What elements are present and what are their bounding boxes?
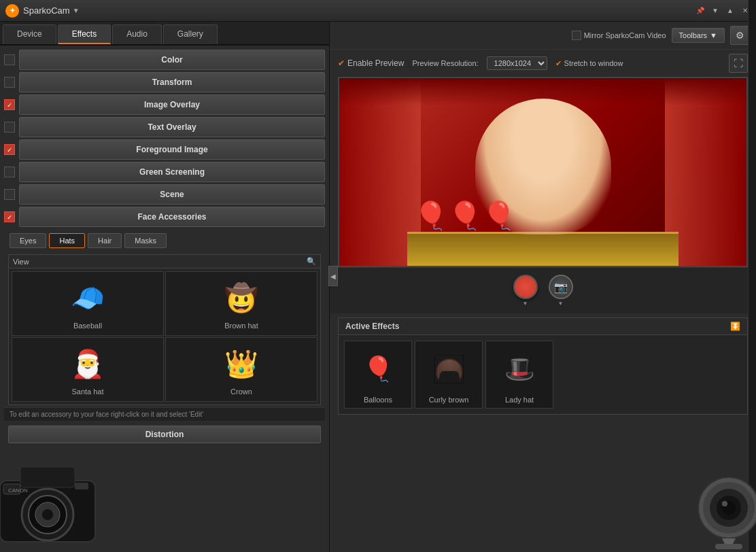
resolution-select[interactable]: 1280x1024 1920x1080 640x480 <box>487 56 547 70</box>
app-name: SparkoCam <box>23 5 70 16</box>
app-dropdown[interactable]: ▼ <box>73 7 80 14</box>
subtab-hair[interactable]: Hair <box>88 233 122 248</box>
tab-gallery[interactable]: Gallery <box>163 24 218 44</box>
stretch-label-text: Stretch to window <box>564 59 623 67</box>
list-item[interactable]: 🎩 Lady hat <box>485 341 553 409</box>
effect-image-overlay-button[interactable]: Image Overlay <box>19 94 325 115</box>
record-button[interactable] <box>513 275 538 299</box>
svg-rect-1 <box>20 467 75 487</box>
record-arrow: ▼ <box>523 300 528 307</box>
title-bar: ✦ SparkoCam ▼ 📌 ▼ ▲ ✕ <box>0 0 756 22</box>
window-controls: 📌 ▼ ▲ ✕ <box>695 5 751 16</box>
toolbars-button[interactable]: Toolbars ▼ <box>672 28 725 43</box>
effect-text-overlay-button[interactable]: Text Overlay <box>19 117 325 137</box>
effect-face-accessories: Face Accessories <box>4 207 325 227</box>
effect-text-overlay-checkbox[interactable] <box>4 122 15 133</box>
curly-brown-thumb-label: Curly brown <box>429 396 469 404</box>
active-effects-content: 🎈 Balloons 🦱 Curly brown 🎩 Lady hat <box>339 335 747 414</box>
active-effects-grid: 🎈 Balloons 🦱 Curly brown 🎩 Lady hat <box>339 335 559 414</box>
svg-point-14 <box>722 501 727 506</box>
tab-device[interactable]: Device <box>3 24 56 44</box>
brown-hat-label: Brown hat <box>224 322 258 330</box>
effect-green-screening-checkbox[interactable] <box>4 167 15 177</box>
panel-collapse-button[interactable]: ◀ <box>328 266 338 286</box>
distortion-button[interactable]: Distortion <box>8 426 321 443</box>
enable-preview-toggle[interactable]: ✔ Enable Preview <box>338 58 404 68</box>
baseball-label: Baseball <box>73 322 102 330</box>
effect-scene-button[interactable]: Scene <box>19 184 325 205</box>
webcam-decoration <box>688 470 756 552</box>
active-effects-header: Active Effects ⏬ <box>339 318 747 335</box>
effect-color: Color <box>4 50 325 70</box>
crown-icon: 👑 <box>214 344 269 385</box>
effect-scene-checkbox[interactable] <box>4 189 15 200</box>
mirror-text: Mirror SparkoCam Video <box>584 31 666 39</box>
effect-face-accessories-checkbox[interactable] <box>4 211 15 222</box>
toolbars-dropdown-icon: ▼ <box>710 31 717 39</box>
restore-button[interactable]: ▲ <box>725 5 736 16</box>
subtab-eyes[interactable]: Eyes <box>10 233 46 248</box>
lady-hat-thumb-label: Lady hat <box>505 396 534 404</box>
record-controls: ▼ 📷 ▼ <box>330 267 756 313</box>
gear-icon: ⚙ <box>736 30 744 41</box>
effect-foreground-image-checkbox[interactable] <box>4 144 15 155</box>
effect-foreground-image-button[interactable]: Foreground Image <box>19 139 325 160</box>
effect-green-screening-button[interactable]: Green Screening <box>19 162 325 182</box>
list-item[interactable]: 🧢 Baseball <box>12 271 164 336</box>
view-header: View 🔍 <box>9 255 320 269</box>
list-item[interactable]: 🤠 Brown hat <box>165 271 317 336</box>
list-item[interactable]: 🎅 Santa hat <box>12 337 164 402</box>
stretch-toggle[interactable]: ✔ Stretch to window <box>555 59 623 68</box>
list-item[interactable]: 👑 Crown <box>165 337 317 402</box>
stretch-check-icon: ✔ <box>555 59 562 68</box>
preview-background: 🎈🎈🎈 <box>339 78 746 266</box>
search-icon[interactable]: 🔍 <box>307 257 316 266</box>
resolution-label: Preview Resolution: <box>412 59 478 67</box>
balloons-decoration: 🎈🎈🎈 <box>414 200 516 232</box>
effect-text-overlay: Text Overlay <box>4 117 325 137</box>
effect-transform-checkbox[interactable] <box>4 77 15 88</box>
svg-point-5 <box>42 509 53 520</box>
active-effects-scrollbar[interactable] <box>748 0 756 552</box>
view-section: View 🔍 🧢 Baseball 🤠 Brown hat 🎅 Santa ha… <box>8 254 321 405</box>
settings-button[interactable]: ⚙ <box>730 26 749 45</box>
balloons-thumb-label: Balloons <box>364 396 392 404</box>
minimize-button[interactable]: ▼ <box>710 5 721 16</box>
pin-button[interactable]: 📌 <box>695 5 706 16</box>
mirror-checkbox[interactable] <box>572 31 581 40</box>
effect-face-accessories-button[interactable]: Face Accessories <box>19 207 325 227</box>
active-effects-title: Active Effects <box>345 322 399 331</box>
tab-effects[interactable]: Effects <box>58 24 111 44</box>
effect-image-overlay-checkbox[interactable] <box>4 99 15 110</box>
santa-hat-label: Santa hat <box>71 387 103 396</box>
svg-rect-16 <box>715 544 742 549</box>
hint-text: To edit an accessory to your face right-… <box>4 407 325 421</box>
enable-preview-label: Enable Preview <box>347 58 404 68</box>
accessories-grid: 🧢 Baseball 🤠 Brown hat 🎅 Santa hat 👑 Cro… <box>9 269 320 404</box>
list-item[interactable]: 🎈 Balloons <box>344 341 412 409</box>
list-item[interactable]: 🦱 Curly brown <box>415 341 483 409</box>
preview-canvas: 🎈🎈🎈 <box>338 77 748 267</box>
effect-foreground-image: Foreground Image <box>4 139 325 160</box>
right-toolbar: Mirror SparkoCam Video Toolbars ▼ ⚙ <box>330 22 756 50</box>
lady-hat-thumb-icon: 🎩 <box>496 345 543 393</box>
effect-color-button[interactable]: Color <box>19 50 325 70</box>
effect-transform: Transform <box>4 72 325 92</box>
snapshot-button[interactable]: 📷 <box>549 275 573 299</box>
effect-scene: Scene <box>4 184 325 205</box>
curly-brown-thumb-icon: 🦱 <box>425 345 472 393</box>
svg-text:CANON: CANON <box>8 487 28 494</box>
fullscreen-button[interactable]: ⛶ <box>729 54 748 73</box>
subtab-masks[interactable]: Masks <box>124 233 167 248</box>
enable-preview-check: ✔ <box>338 58 345 68</box>
balloons-thumb-icon: 🎈 <box>354 345 402 393</box>
active-effects-collapse-button[interactable]: ⏬ <box>730 322 740 331</box>
active-effects-panel: Active Effects ⏬ 🎈 Balloons 🦱 Curly brow… <box>338 317 748 415</box>
crown-label: Crown <box>230 387 252 396</box>
tab-audio[interactable]: Audio <box>112 24 162 44</box>
effect-transform-button[interactable]: Transform <box>19 72 325 92</box>
effect-color-checkbox[interactable] <box>4 54 15 65</box>
brown-hat-icon: 🤠 <box>214 278 269 319</box>
subtab-hats[interactable]: Hats <box>49 233 85 248</box>
preview-controls: ✔ Enable Preview Preview Resolution: 128… <box>330 50 756 77</box>
